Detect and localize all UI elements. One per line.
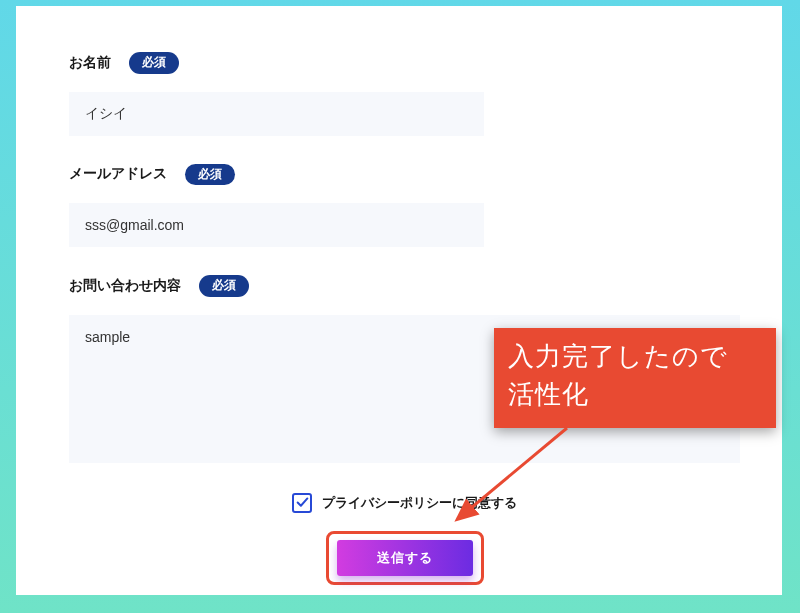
callout-line1: 入力完了したので [508, 338, 762, 376]
required-badge: 必須 [129, 52, 179, 74]
name-label-row: お名前 必須 [69, 52, 740, 74]
inquiry-label-row: お問い合わせ内容 必須 [69, 275, 740, 297]
required-badge: 必須 [199, 275, 249, 297]
email-input[interactable] [69, 203, 484, 247]
check-icon [296, 496, 309, 509]
submit-row: 送信する [69, 531, 740, 585]
email-label: メールアドレス [69, 165, 167, 183]
annotation-callout: 入力完了したので 活性化 [494, 328, 776, 428]
privacy-row: プライバシーポリシーに同意する [69, 493, 740, 513]
form-card: お名前 必須 メールアドレス 必須 お問い合わせ内容 必須 プライバシーポリシー… [16, 6, 782, 595]
annotation-highlight-box: 送信する [326, 531, 484, 585]
inquiry-label: お問い合わせ内容 [69, 277, 181, 295]
field-name: お名前 必須 [69, 52, 740, 136]
field-email: メールアドレス 必須 [69, 164, 740, 248]
email-label-row: メールアドレス 必須 [69, 164, 740, 186]
privacy-label: プライバシーポリシーに同意する [322, 494, 517, 512]
name-input[interactable] [69, 92, 484, 136]
callout-line2: 活性化 [508, 376, 762, 414]
name-label: お名前 [69, 54, 111, 72]
required-badge: 必須 [185, 164, 235, 186]
privacy-checkbox[interactable] [292, 493, 312, 513]
submit-button[interactable]: 送信する [337, 540, 473, 576]
